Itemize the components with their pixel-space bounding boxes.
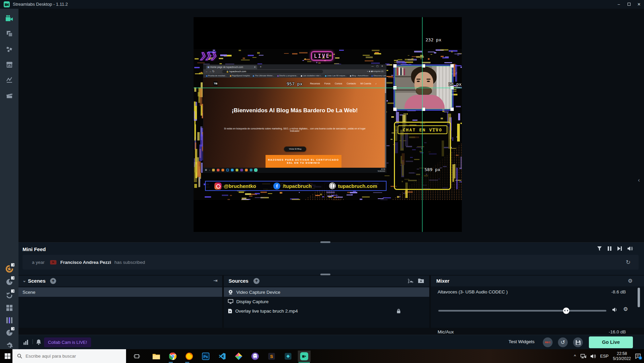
tray-expand-chevron[interactable]: ^	[574, 354, 576, 359]
network-icon[interactable]	[580, 354, 586, 359]
sublime-icon[interactable]: S	[266, 351, 277, 362]
task-view-button[interactable]	[131, 351, 142, 362]
expand-panel-icon[interactable]: ⇥	[213, 278, 217, 284]
mixer-channel-level: -16.0 dB	[609, 329, 626, 334]
collab-cam-status[interactable]: Collab Cam is LIVE!	[44, 337, 91, 347]
instagram-handle: @bruchentko	[224, 183, 256, 189]
feed-event-row[interactable]: a year Francisco Andrea Pezzi has subscr…	[23, 255, 639, 270]
analytics-icon[interactable]	[0, 75, 18, 85]
highlighter-icon[interactable]	[0, 90, 18, 100]
file-explorer-icon[interactable]	[151, 351, 162, 362]
filter-icon[interactable]	[597, 246, 602, 251]
recent-events-icon[interactable]	[0, 277, 18, 287]
resize-handle-bottom-left[interactable]	[393, 108, 397, 111]
globe-icon	[329, 183, 336, 189]
prism-app-icon[interactable]	[233, 351, 244, 362]
app-store-icon[interactable]	[0, 44, 18, 54]
mixer-columns-icon[interactable]	[0, 315, 18, 325]
gitkraken-icon[interactable]	[249, 351, 260, 362]
subscriber-name: Francisco Andrea Pezzi	[61, 260, 111, 265]
mixer-panel: Mixer ⚙ Altavoces (3- USB Audio CODEC ) …	[431, 276, 644, 328]
streamlabs-taskbar-icon[interactable]	[298, 351, 311, 362]
photoshop-icon[interactable]: Ps	[200, 351, 211, 362]
layout-grid-icon[interactable]	[0, 303, 18, 313]
minimize-button[interactable]: –	[614, 0, 624, 9]
action-center-icon[interactable]: 1	[635, 354, 641, 359]
preview-canvas[interactable]: ❯❯❯ LIVE ▣ Home page de tupacbruch.com ✕…	[194, 17, 462, 232]
collapse-side-panel-icon[interactable]: ‹	[638, 177, 640, 184]
close-button[interactable]: ✕	[634, 0, 644, 9]
taskbar-search[interactable]	[12, 349, 126, 363]
teal-app-icon[interactable]	[282, 351, 293, 362]
scene-list-item[interactable]: Scene	[18, 287, 222, 297]
test-widgets-button[interactable]: Test Widgets	[509, 339, 534, 344]
maximize-button[interactable]	[624, 0, 634, 9]
system-tray: ^ ESP 22:58 5/10/2022 1	[574, 349, 644, 363]
volume-icon[interactable]	[628, 246, 633, 251]
channel-settings-gear-icon[interactable]: ⚙	[623, 306, 628, 312]
performance-metrics-icon[interactable]	[23, 339, 29, 345]
channel-volume-icon[interactable]	[612, 307, 618, 312]
source-item-video-capture[interactable]: Video Capture Device	[224, 287, 429, 297]
neon-arrows-art: ❯❯❯	[199, 50, 218, 62]
replay-buffer-button[interactable]: ↺	[558, 337, 568, 347]
skip-next-icon[interactable]	[617, 246, 622, 251]
search-input[interactable]	[26, 354, 113, 359]
volume-slider-handle[interactable]	[563, 308, 569, 314]
blog-nav-links: RecursosForosCursosContactoMi Cuenta⌕	[310, 82, 377, 85]
chevron-down-icon[interactable]: ⌄	[23, 278, 26, 283]
resize-divider-handle[interactable]	[320, 274, 330, 275]
mixer-settings-gear-icon[interactable]: ⚙	[628, 278, 633, 284]
save-replay-button[interactable]	[573, 337, 583, 347]
vscode-icon[interactable]	[216, 351, 228, 362]
add-source-button[interactable]: +	[253, 278, 259, 284]
search-icon	[17, 354, 22, 359]
resize-handle-bottom-right[interactable]	[450, 108, 454, 111]
go-live-button[interactable]: Go Live	[589, 336, 633, 348]
refresh-icon[interactable]: ↻	[626, 259, 631, 266]
external-link-badge	[11, 263, 14, 267]
prime-star-icon[interactable]	[0, 264, 18, 274]
blog-ssl-banner: RAZONES PARA ACTIVAR EL CERTIFICADO SSL …	[266, 155, 341, 168]
browser-tab-strip: ▣ Home page de tupacbruch.com ✕ + — ▢ ✕	[203, 65, 386, 69]
scenes-title: Scenes	[28, 278, 46, 284]
new-tab-button: +	[260, 65, 261, 69]
notifications-bell-icon[interactable]	[36, 339, 41, 345]
pause-icon[interactable]	[607, 246, 612, 251]
record-button[interactable]: REC	[543, 337, 553, 347]
resize-handle-top-left[interactable]	[393, 64, 397, 68]
language-indicator[interactable]: ESP	[600, 354, 609, 359]
resize-handle-top-right[interactable]	[450, 64, 454, 68]
mixer-title: Mixer	[436, 278, 449, 284]
facebook-handle: /tupacbruch	[283, 183, 312, 189]
sources-title: Sources	[229, 278, 248, 284]
volume-tray-icon[interactable]	[591, 354, 596, 359]
chrome-icon[interactable]	[167, 351, 178, 362]
resize-divider-handle[interactable]	[320, 241, 330, 243]
instagram-icon	[214, 183, 222, 190]
lock-icon[interactable]	[397, 309, 401, 314]
horizontal-guide-line	[194, 88, 462, 88]
audio-wave-icon[interactable]	[408, 278, 414, 283]
source-item-display-capture[interactable]: Display Capture	[224, 297, 429, 306]
source-item-overlay-media[interactable]: Overlay live tupac bruch 2.mp4	[224, 306, 429, 316]
help-icon[interactable]: ?	[0, 328, 18, 338]
taskbar-clock[interactable]: 22:58 5/10/2022	[613, 351, 631, 361]
streamlabs-window: Streamlabs Desktop - 1.11.2 – ✕	[0, 0, 644, 363]
window-title: Streamlabs Desktop - 1.11.2	[13, 0, 68, 9]
webcam-icon	[228, 290, 233, 295]
captured-clock: 20:585/18/2022	[378, 168, 385, 172]
replay-icon[interactable]	[0, 290, 18, 300]
store-icon[interactable]	[0, 59, 18, 70]
firefox-icon[interactable]	[184, 351, 195, 362]
themes-icon[interactable]	[0, 29, 18, 39]
add-scene-button[interactable]: +	[50, 278, 56, 284]
measurement-frame-width: 957 px	[287, 81, 303, 86]
mixer-channel-name: Mic/Aux	[438, 329, 454, 334]
volume-slider[interactable]	[438, 310, 606, 312]
mixer-scrollbar[interactable]	[638, 288, 640, 307]
start-button[interactable]	[2, 351, 13, 362]
stream-video-frame: ❯❯❯ LIVE ▣ Home page de tupacbruch.com ✕…	[194, 49, 462, 200]
editor-camera-icon[interactable]	[0, 13, 18, 24]
add-folder-icon[interactable]	[418, 278, 424, 283]
